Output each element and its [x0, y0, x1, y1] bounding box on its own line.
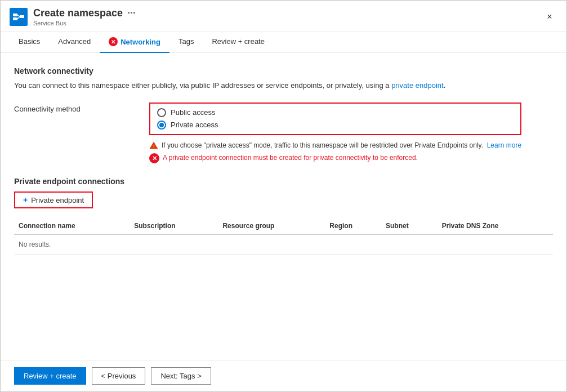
private-endpoint-section: Private endpoint connections + Private e… — [14, 177, 553, 255]
create-namespace-window: Create namespace ··· Service Bus × Basic… — [0, 0, 567, 392]
window-title: Create namespace ··· — [33, 7, 542, 19]
error-icon: ✕ — [149, 153, 159, 163]
desc-text-before: You can connect to this namespace either… — [14, 81, 391, 90]
radio-public-label: Public access — [171, 108, 215, 117]
radio-public-access[interactable]: Public access — [157, 108, 514, 117]
radio-private-label: Private access — [171, 121, 218, 129]
title-bar: Create namespace ··· Service Bus × — [1, 1, 566, 32]
col-subscription: Subscription — [130, 217, 218, 235]
col-region: Region — [325, 217, 381, 235]
previous-button[interactable]: < Previous — [92, 367, 146, 385]
no-results-cell: No results. — [14, 235, 553, 255]
tab-advanced[interactable]: Advanced — [49, 32, 100, 53]
private-endpoint-table: Connection name Subscription Resource gr… — [14, 217, 553, 255]
svg-rect-3 — [20, 15, 24, 18]
tab-tags[interactable]: Tags — [169, 32, 203, 53]
tab-basics[interactable]: Basics — [10, 32, 49, 53]
title-text-group: Create namespace ··· Service Bus — [33, 7, 542, 26]
svg-rect-0 — [10, 8, 28, 26]
plus-icon: + — [23, 195, 28, 204]
col-resource-group: Resource group — [218, 217, 325, 235]
svg-text:!: ! — [153, 144, 155, 149]
warning-text: If you choose "private access" mode, tra… — [162, 141, 521, 150]
tab-networking[interactable]: ✕ Networking — [100, 32, 169, 53]
private-access-warning: ! If you choose "private access" mode, t… — [149, 141, 521, 150]
private-access-error: ✕ A private endpoint connection must be … — [149, 153, 521, 163]
radio-private-circle — [157, 121, 166, 130]
table-body: No results. — [14, 235, 553, 255]
ellipsis-menu[interactable]: ··· — [127, 7, 136, 19]
service-bus-icon — [10, 8, 28, 26]
add-button-label: Private endpoint — [31, 196, 84, 204]
private-endpoint-section-title: Private endpoint connections — [14, 177, 553, 186]
col-subnet: Subnet — [381, 217, 437, 235]
col-connection-name: Connection name — [14, 217, 130, 235]
radio-private-dot — [159, 123, 164, 127]
table-header: Connection name Subscription Resource gr… — [14, 217, 553, 235]
tab-review-create[interactable]: Review + create — [203, 32, 274, 53]
networking-error-icon: ✕ — [109, 37, 118, 46]
network-connectivity-desc: You can connect to this namespace either… — [14, 80, 553, 91]
close-button[interactable]: × — [542, 9, 557, 25]
network-connectivity-title: Network connectivity — [14, 66, 553, 75]
error-text: A private endpoint connection must be cr… — [163, 153, 418, 163]
window-subtitle: Service Bus — [33, 20, 542, 26]
next-tags-button[interactable]: Next: Tags > — [151, 367, 211, 385]
table-header-row: Connection name Subscription Resource gr… — [14, 217, 553, 235]
add-private-endpoint-button[interactable]: + Private endpoint — [14, 191, 93, 208]
no-results-row: No results. — [14, 235, 553, 255]
connectivity-method-label: Connectivity method — [14, 103, 149, 113]
warning-icon: ! — [149, 141, 158, 150]
footer: Review + create < Previous Next: Tags > — [1, 360, 566, 391]
learn-more-link[interactable]: Learn more — [487, 141, 521, 149]
desc-text-after: . — [444, 81, 446, 90]
radio-public-circle — [157, 108, 166, 117]
col-private-dns-zone: Private DNS Zone — [437, 217, 553, 235]
private-endpoint-link[interactable]: private endpoint — [391, 81, 444, 90]
connectivity-radio-group: Public access Private access — [149, 103, 521, 135]
radio-private-access[interactable]: Private access — [157, 121, 514, 130]
connectivity-method-row: Connectivity method Public access Privat… — [14, 103, 553, 164]
tab-bar: Basics Advanced ✕ Networking Tags Review… — [1, 32, 566, 53]
svg-rect-2 — [13, 17, 17, 20]
svg-rect-1 — [13, 14, 17, 16]
title-text: Create namespace — [33, 7, 123, 19]
main-content: Network connectivity You can connect to … — [1, 53, 566, 360]
review-create-button[interactable]: Review + create — [14, 367, 86, 385]
